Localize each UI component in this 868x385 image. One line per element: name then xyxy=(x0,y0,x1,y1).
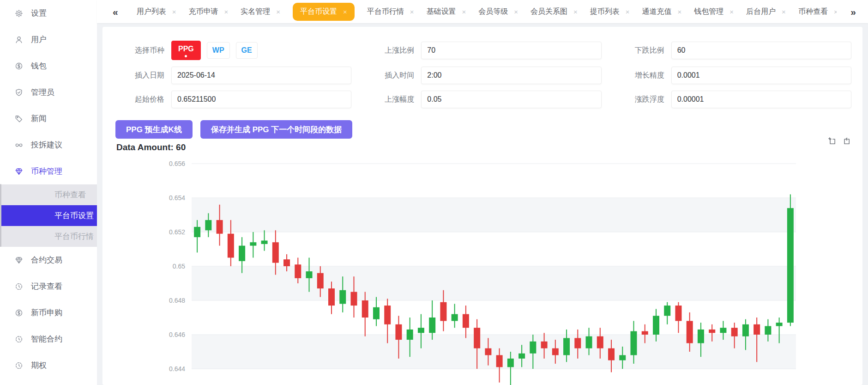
coin-button[interactable]: PPG xyxy=(171,41,201,60)
coin-button[interactable]: GE xyxy=(236,42,258,59)
tab[interactable]: 用户列表 × xyxy=(137,7,176,17)
sidebar-item-label: 投拆建议 xyxy=(31,140,62,150)
save-generate-next-button[interactable]: 保存并生成 PPG 下一个时间段的数据 xyxy=(200,120,352,139)
wallet-icon xyxy=(15,309,23,317)
tabs: 用户列表 × 充币申请 × 实名管理 × 平台币设置 × xyxy=(137,3,837,21)
clock-icon xyxy=(15,282,23,291)
tab-close-icon[interactable]: × xyxy=(462,8,466,15)
tabs-scroll-left-icon[interactable]: « xyxy=(113,7,118,17)
tab-close-icon[interactable]: × xyxy=(172,8,176,15)
tab-label: 后台用户 xyxy=(746,7,776,17)
tab-close-icon[interactable]: × xyxy=(834,8,837,15)
tab[interactable]: 通道充值 × xyxy=(642,7,682,17)
data-amount-text: Data Amount: 60 xyxy=(116,142,851,153)
sidebar-item-label: 新币申购 xyxy=(31,307,62,318)
restore-icon[interactable] xyxy=(842,137,850,145)
tab-close-icon[interactable]: × xyxy=(573,8,578,15)
sidebar-item[interactable]: 新币申购 xyxy=(0,299,97,326)
tag-icon xyxy=(15,115,23,123)
data-zoom-box-icon[interactable] xyxy=(828,137,836,145)
tab-label: 通道充值 xyxy=(642,7,672,17)
sidebar-scrollbar[interactable] xyxy=(0,184,1,247)
tab-label: 钱包管理 xyxy=(694,7,723,17)
chart-toolbox xyxy=(828,137,850,145)
sidebar-item[interactable]: 钱包 xyxy=(0,53,97,79)
action-buttons: PPG 预生成K线 保存并生成 PPG 下一个时间段的数据 xyxy=(115,120,851,139)
float-range-label: 涨跌浮度 xyxy=(635,95,664,104)
insert-time-input[interactable] xyxy=(421,67,601,84)
tab[interactable]: 后台用户 × xyxy=(746,7,786,17)
sidebar-item[interactable]: 币种管理 xyxy=(0,158,97,184)
tab-close-icon[interactable]: × xyxy=(782,8,786,15)
sidebar-item-label: 记录查看 xyxy=(31,281,62,292)
tab[interactable]: 币种查看 × xyxy=(798,7,837,17)
sidebar-item[interactable]: 管理员 xyxy=(0,79,97,105)
tab-close-icon[interactable]: × xyxy=(514,8,518,15)
tab-label: 用户列表 xyxy=(137,7,166,17)
growth-precision-input[interactable] xyxy=(671,67,851,84)
pregenerate-kline-button[interactable]: PPG 预生成K线 xyxy=(115,120,193,139)
svg-text:0.646: 0.646 xyxy=(169,331,185,338)
sidebar-item[interactable]: 用户 xyxy=(0,26,97,53)
coin-buttons: PPG WP GE xyxy=(171,41,258,60)
sidebar-item-label: 设置 xyxy=(31,8,47,18)
sidebar-item[interactable]: 新闻 xyxy=(0,105,97,132)
sidebar-item[interactable]: 智能合约 xyxy=(0,326,97,352)
sidebar-item-label: 平台币行情 xyxy=(54,231,94,242)
tab-close-icon[interactable]: × xyxy=(343,8,347,15)
tab-label: 提币列表 xyxy=(590,7,620,17)
tab-close-icon[interactable]: × xyxy=(224,8,228,15)
sidebar-item[interactable]: 期权 xyxy=(0,352,97,379)
sidebar-item[interactable]: 投拆建议 xyxy=(0,132,97,158)
sidebar-item-label: 智能合约 xyxy=(31,334,62,344)
svg-text:0.654: 0.654 xyxy=(169,194,185,202)
tab[interactable]: 充币申请 × xyxy=(188,7,228,17)
coin-button[interactable]: WP xyxy=(207,42,230,59)
main-area: « 用户列表 × 充币申请 × 实名管理 × 平台币设置 xyxy=(97,0,868,385)
tab-label: 基础设置 xyxy=(427,7,456,17)
tab-close-icon[interactable]: × xyxy=(410,8,414,15)
fall-ratio-input[interactable] xyxy=(671,42,851,59)
tab-label: 币种查看 xyxy=(798,7,828,17)
sidebar: 设置 用户 钱包 管理员 新闻 投拆建议 xyxy=(0,0,97,385)
tab[interactable]: 平台币设置 × xyxy=(293,3,355,21)
tab[interactable]: 会员等级 × xyxy=(478,7,518,17)
tab-close-icon[interactable]: × xyxy=(678,8,682,15)
tab-label: 会员等级 xyxy=(478,7,508,17)
clock-icon xyxy=(15,335,23,343)
sidebar-item[interactable]: 币种查看 xyxy=(0,184,97,205)
tab[interactable]: 实名管理 × xyxy=(241,7,280,17)
tab[interactable]: 平台币行情 × xyxy=(367,7,414,17)
shield-icon xyxy=(15,88,23,97)
tab-close-icon[interactable]: × xyxy=(729,8,734,15)
coin-settings-form: 选择币种 PPG WP GE 上涨比例 xyxy=(135,41,851,108)
tab-label: 实名管理 xyxy=(241,7,270,17)
wallet-icon xyxy=(15,62,23,70)
tab[interactable]: 基础设置 × xyxy=(427,7,466,17)
rise-amplitude-input[interactable] xyxy=(421,91,601,108)
float-range-input[interactable] xyxy=(671,91,851,108)
start-price-input[interactable] xyxy=(171,91,351,108)
growth-precision-label: 增长精度 xyxy=(635,71,664,80)
svg-text:0.656: 0.656 xyxy=(169,160,185,167)
svg-text:0.652: 0.652 xyxy=(169,228,185,236)
rise-ratio-input[interactable] xyxy=(421,42,601,59)
settings-card: 选择币种 PPG WP GE 上涨比例 xyxy=(102,27,862,385)
sidebar-item[interactable]: 合约交易 xyxy=(0,247,97,273)
gem-icon xyxy=(15,256,23,264)
sidebar-item[interactable]: 设置 xyxy=(0,0,97,26)
sidebar-item[interactable]: 记录查看 xyxy=(0,273,97,299)
insert-date-input[interactable] xyxy=(171,67,351,84)
tab[interactable]: 提币列表 × xyxy=(590,7,630,17)
tab[interactable]: 会员关系图 × xyxy=(530,7,578,17)
tab-close-icon[interactable]: × xyxy=(276,8,280,15)
sidebar-item-label: 钱包 xyxy=(31,61,47,71)
tab[interactable]: 钱包管理 × xyxy=(694,7,734,17)
tabs-scroll-right-icon[interactable]: » xyxy=(850,7,856,17)
tab-close-icon[interactable]: × xyxy=(626,8,630,15)
candlestick-chart[interactable]: 0.6560.6540.6520.650.6480.6460.644 xyxy=(115,154,851,385)
tab-label: 平台币设置 xyxy=(300,7,337,17)
sidebar-item[interactable]: 平台币行情 xyxy=(0,226,97,247)
sidebar-item-label: 用户 xyxy=(31,34,47,45)
sidebar-item[interactable]: 平台币设置 xyxy=(0,205,97,226)
